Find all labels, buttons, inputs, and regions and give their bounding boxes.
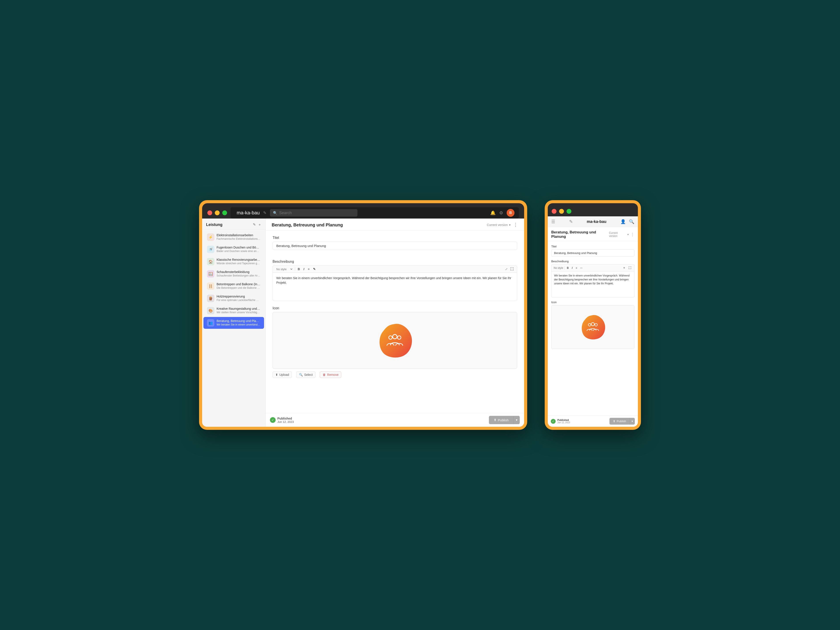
mobile-published-dot: ✓ bbox=[551, 419, 556, 424]
mobile-bold-btn[interactable]: B bbox=[566, 266, 570, 270]
window-chrome: ma-ka-bau ✎ 🔍 🔔 ⚙ B bbox=[202, 203, 524, 218]
mobile-hamburger-icon[interactable]: ☰ bbox=[551, 219, 555, 224]
sidebar-item[interactable]: 🏠 Klassische Renovierungsarbeiten Wände … bbox=[204, 256, 264, 267]
sidebar: Leistung ✎ ＋ ⚡ Elektroinstallationsarbei… bbox=[202, 218, 265, 427]
sidebar-add-icon[interactable]: ＋ bbox=[258, 223, 261, 227]
mobile-people-icon bbox=[586, 321, 599, 333]
title-field-input[interactable] bbox=[273, 242, 517, 250]
published-date: Jun 12, 2023 bbox=[277, 420, 294, 423]
style-select[interactable]: No style Heading 1 Heading 2 Paragraph bbox=[275, 267, 293, 271]
sidebar-title: Leistung bbox=[206, 223, 223, 227]
mobile-add-btn[interactable]: ＋ bbox=[622, 265, 626, 270]
mobile-toolbar-sep bbox=[564, 266, 565, 270]
expand-icon[interactable]: ⤢ bbox=[505, 267, 508, 271]
mobile-content-header: Beratung, Betreuung und Planung Current … bbox=[548, 227, 638, 241]
sidebar-edit-icon[interactable]: ✎ bbox=[253, 223, 256, 227]
close-button[interactable] bbox=[207, 210, 212, 215]
bold-button[interactable]: B bbox=[297, 267, 301, 271]
version-chevron-icon[interactable]: ▾ bbox=[509, 223, 510, 227]
mobile-published-label: Published bbox=[557, 419, 570, 421]
mobile-window: ☰ ✎ ma-ka-bau 👤 🔍 Beratung, Betreuung un… bbox=[545, 200, 641, 430]
settings-icon[interactable]: ⚙ bbox=[499, 210, 503, 215]
mobile-kebab-icon[interactable]: ⋮ bbox=[630, 232, 635, 237]
mobile-user-icon[interactable]: 👤 bbox=[621, 219, 626, 224]
item-content: Betontreppen und Balkone (Innen un... Di… bbox=[216, 283, 261, 289]
item-desc: Für eine optimale Lackoberfläche werden … bbox=[216, 298, 261, 302]
item-title: Elektroinstallationsarbeiten bbox=[216, 234, 261, 237]
publish-btn-group: ⬆ Publish ▾ bbox=[489, 416, 520, 424]
search-bar[interactable]: 🔍 bbox=[270, 209, 357, 216]
mobile-minimize-button[interactable] bbox=[559, 209, 564, 214]
published-label: Published bbox=[277, 417, 294, 420]
main-content: Beratung, Betreuung und Planung Current … bbox=[265, 218, 524, 427]
mobile-maximize-button[interactable] bbox=[567, 209, 572, 214]
mobile-title-input[interactable] bbox=[551, 249, 635, 257]
item-icon: 🪟 bbox=[207, 270, 215, 278]
mobile-desc-editor[interactable]: Wir beraten Sie in einem unverbindlichen… bbox=[551, 271, 635, 297]
sidebar-item[interactable]: 🪟 Schaufensterbekleidung Schaufenster Be… bbox=[204, 268, 264, 280]
sidebar-item[interactable]: 🪵 Holztreppenovierung Für eine optimale … bbox=[204, 292, 264, 304]
item-icon: 🪜 bbox=[207, 283, 215, 290]
sidebar-item[interactable]: 🚿 Fugenlosen Duschen und Böden Bäder und… bbox=[204, 243, 264, 255]
select-label: Select bbox=[304, 373, 313, 376]
remove-label: Remove bbox=[327, 373, 338, 376]
remove-button[interactable]: 🗑 Remove bbox=[320, 371, 341, 378]
item-icon: 🚿 bbox=[207, 246, 215, 253]
upload-button[interactable]: ⬆ Upload bbox=[273, 371, 292, 378]
edit-icon[interactable]: ✎ bbox=[263, 210, 267, 215]
item-desc: Wände streichen und Tapezieren gehören d… bbox=[216, 262, 261, 265]
item-content: Holztreppenovierung Für eine optimale La… bbox=[216, 295, 261, 302]
sidebar-item[interactable]: ⚡ Elektroinstallationsarbeiten Fachmanni… bbox=[204, 231, 264, 243]
mobile-chrome bbox=[548, 203, 638, 216]
publish-dropdown-button[interactable]: ▾ bbox=[513, 416, 520, 424]
mobile-topbar-icons: 👤 🔍 bbox=[621, 219, 635, 224]
sidebar-item[interactable]: 🪜 Betontreppen und Balkone (Innen un... … bbox=[204, 280, 264, 292]
item-desc: Fachmannische Elektroinstallationsarbeit… bbox=[216, 237, 261, 240]
list-button[interactable]: ≡ bbox=[307, 267, 310, 271]
titlebar-right: 🔔 ⚙ B bbox=[490, 209, 515, 217]
mobile-published-status: ✓ Published Jun 12, 2023 bbox=[551, 419, 570, 424]
mobile-version-chevron[interactable]: ▾ bbox=[627, 233, 629, 236]
mobile-more-btn[interactable]: ··· bbox=[579, 266, 583, 270]
mobile-editor-toolbar: No style B I ≡ ··· ＋ ⛶ bbox=[551, 264, 635, 271]
minimize-button[interactable] bbox=[215, 210, 219, 215]
fullscreen-icon[interactable]: ⛶ bbox=[510, 267, 514, 271]
italic-button[interactable]: I bbox=[303, 267, 305, 271]
mobile-desc-section: Beschreibung No style B I ≡ ··· ＋ ⛶ Wir … bbox=[551, 260, 635, 297]
kebab-menu-icon[interactable]: ⋮ bbox=[513, 222, 518, 228]
mobile-italic-btn[interactable]: I bbox=[571, 266, 573, 270]
mobile-expand-btn[interactable]: ⛶ bbox=[628, 266, 632, 270]
mobile-publish-dropdown-button[interactable]: ▾ bbox=[630, 418, 635, 425]
mobile-icon-preview bbox=[551, 305, 635, 349]
sidebar-item-active[interactable]: 👥 Beratung, Betreuung und Planung Wir be… bbox=[204, 317, 264, 329]
maximize-button[interactable] bbox=[222, 210, 227, 215]
mobile-publish-button[interactable]: ⬆ Publish bbox=[609, 418, 630, 425]
item-icon-active: 👥 bbox=[207, 319, 215, 327]
link-button[interactable]: ✎ bbox=[312, 267, 317, 271]
mobile-icon-section: Icon bbox=[551, 300, 635, 349]
main-header-actions: Current version ▾ ⋮ bbox=[487, 222, 518, 228]
mobile-edit-icon[interactable]: ✎ bbox=[569, 219, 573, 224]
svg-point-5 bbox=[595, 324, 597, 326]
select-button[interactable]: 🔍 Select bbox=[296, 371, 316, 378]
traffic-lights bbox=[207, 210, 227, 215]
mobile-list-btn[interactable]: ≡ bbox=[575, 266, 578, 270]
mobile-search-icon[interactable]: 🔍 bbox=[629, 219, 635, 224]
svg-point-1 bbox=[389, 336, 392, 339]
window-footer: ✓ Published Jun 12, 2023 ⬆ Publish ▾ bbox=[265, 413, 524, 427]
svg-point-0 bbox=[393, 335, 397, 339]
publish-button[interactable]: ⬆ Publish bbox=[489, 416, 513, 424]
item-desc: Bäder und Duschen sowie eine andere Beis… bbox=[216, 249, 261, 253]
sidebar-item[interactable]: 🎨 Kreative Raumgestaltung und Innenm... … bbox=[204, 305, 264, 317]
mobile-body: ☰ ✎ ma-ka-bau 👤 🔍 Beratung, Betreuung un… bbox=[548, 216, 638, 427]
scene: ma-ka-bau ✎ 🔍 🔔 ⚙ B Leistung bbox=[0, 0, 840, 630]
icon-preview bbox=[273, 312, 517, 369]
mobile-close-button[interactable] bbox=[552, 209, 556, 214]
search-input[interactable] bbox=[279, 211, 354, 215]
desc-editor-area[interactable]: Wir beraten Sie in einem unverbindlichen… bbox=[273, 273, 517, 301]
svg-point-3 bbox=[591, 322, 595, 326]
notifications-icon[interactable]: 🔔 bbox=[490, 210, 496, 215]
mobile-title-section: Titel bbox=[551, 245, 635, 260]
mobile-publish-up-icon: ⬆ bbox=[613, 420, 615, 423]
avatar[interactable]: B bbox=[507, 209, 515, 217]
